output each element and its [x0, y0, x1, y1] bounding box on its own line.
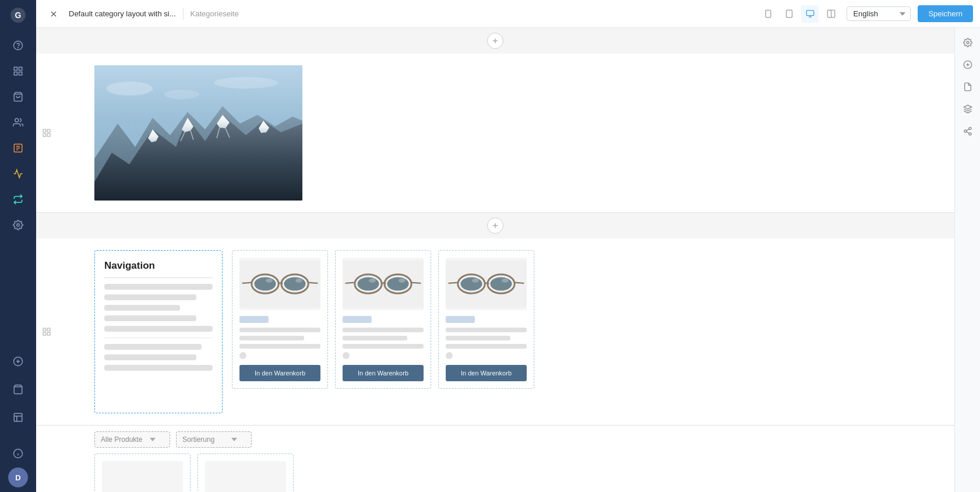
product-card-1[interactable]: In den Warenkorb: [232, 250, 328, 389]
svg-line-62: [308, 283, 318, 283]
hero-image: [94, 65, 302, 201]
svg-rect-55: [43, 332, 46, 335]
svg-point-60: [284, 277, 305, 290]
hero-image-section: [36, 54, 954, 212]
sidebar: G D: [0, 0, 36, 492]
language-select[interactable]: English Deutsch Français: [847, 6, 911, 21]
product-badge-3: [446, 316, 475, 323]
add-element-panel-icon[interactable]: [958, 55, 978, 75]
analytics-icon[interactable]: [6, 406, 30, 429]
split-view-icon[interactable]: [822, 5, 840, 23]
save-button[interactable]: Speichern: [918, 5, 973, 22]
svg-rect-4: [14, 67, 17, 70]
svg-point-9: [15, 118, 19, 122]
svg-point-76: [460, 277, 482, 290]
share-panel-icon[interactable]: [958, 121, 978, 141]
main-area: Default category layout with si... Kateg…: [36, 0, 980, 492]
svg-rect-5: [19, 67, 22, 70]
product-card-5[interactable]: [198, 454, 294, 492]
product-line-2a: [343, 328, 424, 332]
svg-rect-54: [47, 332, 50, 335]
settings-icon[interactable]: [6, 213, 30, 237]
add-section-button-middle[interactable]: [487, 217, 503, 234]
svg-line-92: [966, 129, 969, 131]
nav-skeleton-4: [104, 315, 196, 321]
info-icon[interactable]: [6, 442, 30, 465]
mobile-device-icon[interactable]: [759, 5, 777, 23]
svg-point-58: [254, 277, 276, 290]
product-line-3c: [446, 344, 527, 349]
page-panel-icon[interactable]: [958, 77, 978, 97]
svg-point-73: [399, 279, 406, 283]
topbar: Default category layout with si... Kateg…: [36, 0, 980, 28]
second-product-row: [36, 454, 954, 492]
svg-point-48: [214, 77, 278, 89]
svg-point-14: [17, 224, 20, 227]
add-to-cart-button-3[interactable]: In den Warenkorb: [446, 365, 527, 381]
svg-line-79: [449, 283, 458, 283]
product-line-2c: [343, 344, 424, 349]
desktop-device-icon[interactable]: [801, 5, 819, 23]
tablet-device-icon[interactable]: [780, 5, 798, 23]
product-card-4[interactable]: [94, 454, 191, 492]
add-to-cart-button-1[interactable]: In den Warenkorb: [239, 365, 320, 381]
svg-rect-7: [14, 72, 17, 75]
layers-panel-icon[interactable]: [958, 99, 978, 119]
hero-section-handle[interactable]: [38, 125, 55, 141]
user-avatar[interactable]: D: [8, 468, 28, 487]
product-image-3: [446, 258, 527, 310]
orders-icon[interactable]: [6, 136, 30, 160]
nav-skeleton-3: [104, 305, 180, 311]
svg-rect-53: [47, 328, 50, 331]
filter-dropdown-2[interactable]: Sortierung: [176, 431, 252, 448]
settings-panel-icon[interactable]: [958, 33, 978, 52]
layout-icon[interactable]: [6, 59, 30, 83]
add-to-cart-button-2[interactable]: In den Warenkorb: [343, 365, 424, 381]
nav-skeleton-7: [104, 354, 196, 360]
canvas-area[interactable]: Navigation: [36, 28, 954, 492]
svg-marker-87: [964, 105, 971, 109]
svg-rect-38: [47, 133, 50, 136]
product-card-3[interactable]: In den Warenkorb: [438, 250, 534, 389]
navigation-card[interactable]: Navigation: [94, 250, 223, 413]
svg-rect-36: [43, 129, 46, 132]
svg-point-69: [387, 277, 408, 290]
sidebar-logo[interactable]: G: [8, 5, 29, 26]
add-store-icon[interactable]: [6, 350, 30, 373]
navigation-title: Navigation: [104, 260, 213, 278]
products-grid: In den Warenkorb: [232, 250, 919, 389]
filter-dropdown-1[interactable]: Alle Produkte: [94, 431, 170, 448]
svg-point-88: [969, 127, 971, 129]
svg-rect-29: [806, 10, 814, 16]
product-badge-2: [343, 316, 372, 323]
breadcrumb: Kategorieseite: [191, 9, 239, 18]
svg-rect-39: [43, 133, 46, 136]
nav-section-handle[interactable]: [38, 324, 55, 340]
add-section-button-top[interactable]: [487, 33, 503, 49]
svg-text:G: G: [15, 10, 22, 20]
bag2-icon[interactable]: [6, 378, 30, 401]
product-line-3b: [446, 336, 510, 340]
nav-products-content: Navigation: [36, 238, 954, 425]
help-icon[interactable]: [6, 34, 30, 57]
product-line-1b: [239, 336, 304, 340]
filter-dropdown-1-label: Alle Produkte: [101, 435, 142, 444]
svg-point-90: [969, 133, 971, 135]
nav-skeleton-6: [104, 344, 202, 350]
nav-separator: [104, 338, 213, 338]
svg-line-91: [966, 132, 969, 133]
shop-icon[interactable]: [6, 85, 30, 108]
nav-skeleton-8: [104, 365, 213, 371]
content-wrapper: Navigation: [36, 28, 980, 492]
svg-line-71: [411, 283, 421, 283]
close-button[interactable]: [45, 6, 62, 22]
integrations-icon[interactable]: [6, 188, 30, 211]
product-line-2b: [343, 336, 407, 340]
nav-skeleton-1: [104, 284, 213, 290]
marketing-icon[interactable]: [6, 162, 30, 185]
product-card-2[interactable]: In den Warenkorb: [335, 250, 431, 389]
svg-point-47: [106, 82, 153, 96]
users-icon[interactable]: [6, 111, 30, 134]
svg-point-89: [964, 130, 967, 132]
hero-image-container[interactable]: [94, 65, 302, 201]
